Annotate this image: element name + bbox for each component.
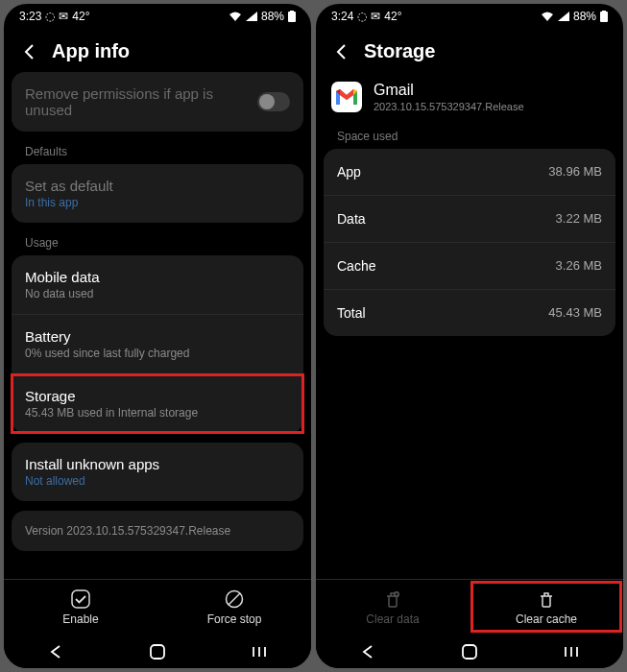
gmail-icon	[331, 82, 362, 112]
weather-icon: 42°	[384, 10, 401, 23]
force-stop-button[interactable]: Force stop	[157, 580, 311, 634]
signal-icon	[246, 12, 257, 21]
weather-icon: 42°	[72, 10, 89, 23]
mobile-data-title: Mobile data	[25, 269, 290, 285]
notif-icon: ◌	[357, 10, 367, 23]
space-list: App 38.96 MB Data 3.22 MB Cache 3.26 MB …	[324, 149, 615, 336]
trash-icon	[537, 589, 556, 609]
storage-row[interactable]: Storage 45.43 MB used in Internal storag…	[12, 374, 303, 433]
space-total-value: 45.43 MB	[548, 305, 602, 321]
mobile-data-row[interactable]: Mobile data No data used	[12, 255, 303, 315]
trash-icon	[383, 589, 402, 609]
app-header: Gmail 2023.10.15.575329347.Release	[316, 72, 623, 126]
svg-rect-0	[288, 12, 296, 22]
signal-icon	[558, 12, 569, 21]
mobile-data-sub: No data used	[25, 287, 290, 300]
notif-icon: ✉	[371, 10, 380, 23]
svg-rect-5	[151, 645, 164, 659]
set-default-row[interactable]: Set as default In this app	[12, 164, 303, 223]
nav-recents-icon[interactable]	[562, 644, 581, 660]
clear-cache-label: Clear cache	[516, 612, 577, 626]
svg-rect-12	[463, 645, 476, 659]
clear-data-button: Clear data	[316, 580, 470, 634]
wifi-icon	[229, 12, 242, 21]
version-row: Version 2023.10.15.575329347.Release	[12, 511, 303, 551]
battery-icon	[600, 11, 608, 22]
status-bar: 3:24 ◌ ✉ 42° 88%	[316, 4, 623, 27]
page-title: App info	[52, 40, 130, 62]
space-data-value: 3.22 MB	[556, 211, 602, 227]
set-default-title: Set as default	[25, 178, 290, 194]
section-defaults: Defaults	[12, 141, 303, 164]
footer-actions: Enable Force stop	[4, 579, 311, 634]
screenshot-app-info: 3:23 ◌ ✉ 42° 88% App info Remove perm	[4, 4, 311, 668]
nav-home-icon[interactable]	[149, 643, 166, 660]
svg-rect-9	[600, 12, 608, 22]
storage-sub: 45.43 MB used in Internal storage	[25, 406, 290, 420]
app-version: 2023.10.15.575329347.Release	[374, 101, 524, 112]
nav-home-icon[interactable]	[461, 643, 478, 660]
screenshot-storage: 3:24 ◌ ✉ 42° 88% Storage	[316, 4, 623, 668]
section-space-used: Space used	[324, 126, 615, 149]
page-header: App info	[4, 27, 311, 72]
battery-row[interactable]: Battery 0% used since last fully charged	[12, 315, 303, 374]
battery-pct: 88%	[261, 10, 284, 23]
battery-title: Battery	[25, 328, 290, 345]
status-time: 3:23	[19, 10, 41, 23]
svg-rect-2	[72, 590, 89, 608]
clear-cache-button[interactable]: Clear cache	[470, 580, 623, 634]
svg-line-4	[229, 593, 240, 605]
notif-icon: ◌	[45, 10, 55, 23]
force-stop-label: Force stop	[207, 612, 262, 626]
force-stop-icon	[225, 589, 244, 609]
wifi-icon	[541, 12, 554, 21]
app-name: Gmail	[374, 82, 524, 99]
install-unknown-row[interactable]: Install unknown apps Not allowed	[12, 443, 303, 501]
space-cache-label: Cache	[337, 258, 375, 274]
space-total-row: Total 45.43 MB	[324, 290, 615, 336]
space-cache-value: 3.26 MB	[556, 258, 602, 274]
storage-title: Storage	[25, 388, 290, 404]
space-app-value: 38.96 MB	[548, 164, 602, 180]
install-unknown-title: Install unknown apps	[25, 456, 290, 472]
section-usage: Usage	[12, 232, 303, 255]
nav-back-icon[interactable]	[358, 644, 377, 660]
svg-rect-10	[602, 11, 606, 12]
remove-permissions-row[interactable]: Remove permissions if app is unused	[12, 72, 303, 132]
set-default-sub: In this app	[25, 196, 290, 209]
remove-permissions-label: Remove permissions if app is unused	[25, 85, 248, 118]
usage-list: Mobile data No data used Battery 0% used…	[12, 255, 303, 433]
space-total-label: Total	[337, 305, 366, 321]
clear-data-label: Clear data	[366, 612, 419, 626]
page-header: Storage	[316, 27, 623, 72]
nav-bar	[4, 634, 311, 668]
battery-sub: 0% used since last fully charged	[25, 347, 290, 360]
status-time: 3:24	[331, 10, 353, 23]
battery-pct: 88%	[573, 10, 596, 23]
svg-rect-1	[290, 11, 294, 12]
notif-icon: ✉	[59, 10, 68, 23]
nav-back-icon[interactable]	[46, 644, 65, 660]
space-cache-row: Cache 3.26 MB	[324, 243, 615, 290]
status-bar: 3:23 ◌ ✉ 42° 88%	[4, 4, 311, 27]
nav-recents-icon[interactable]	[250, 644, 269, 660]
page-title: Storage	[364, 40, 435, 62]
back-icon[interactable]	[21, 43, 38, 60]
enable-button[interactable]: Enable	[4, 580, 157, 634]
enable-label: Enable	[62, 612, 98, 626]
space-app-row: App 38.96 MB	[324, 149, 615, 196]
footer-actions: Clear data Clear cache	[316, 579, 623, 634]
battery-icon	[288, 11, 296, 22]
install-unknown-sub: Not allowed	[25, 474, 290, 488]
enable-icon	[71, 589, 90, 609]
remove-permissions-toggle[interactable]	[257, 92, 290, 111]
space-app-label: App	[337, 164, 361, 180]
space-data-label: Data	[337, 211, 366, 227]
nav-bar	[316, 634, 623, 668]
back-icon[interactable]	[333, 43, 350, 60]
space-data-row: Data 3.22 MB	[324, 196, 615, 243]
